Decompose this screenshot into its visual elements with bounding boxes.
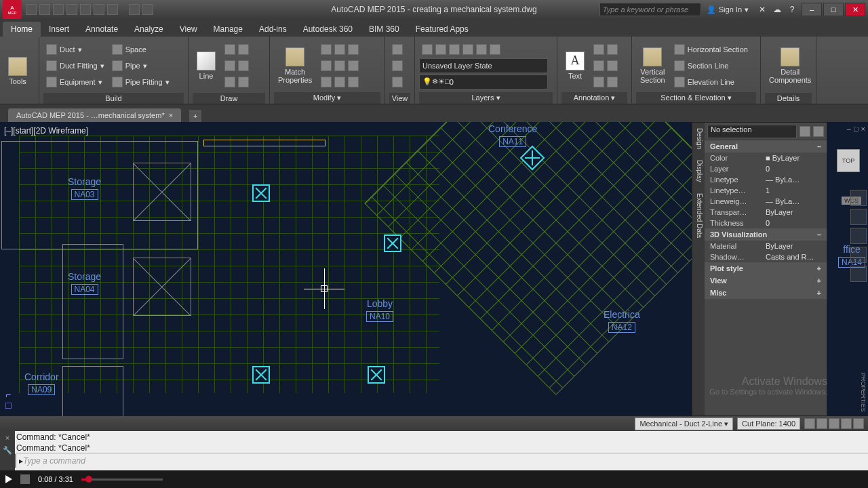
layer-tools-row[interactable] [419, 42, 553, 57]
selection-dropdown[interactable]: No selection [707, 125, 797, 138]
panel-annotation-label[interactable]: Annotation ▾ [561, 92, 627, 104]
tab-insert[interactable]: Insert [41, 22, 77, 37]
vp-max-icon[interactable]: □ [854, 125, 859, 133]
view-tool2[interactable] [389, 58, 406, 73]
tab-analyze[interactable]: Analyze [126, 22, 172, 37]
cat-misc[interactable]: Misc+ [705, 287, 827, 299]
sb-icon-4[interactable] [841, 418, 852, 429]
sb-icon-2[interactable] [816, 418, 827, 429]
cat-view[interactable]: View+ [705, 274, 827, 287]
pickadd-icon[interactable] [813, 126, 824, 137]
draw-tool1[interactable] [222, 42, 252, 57]
pipe-fitting-button[interactable]: Pipe Fitting▾ [109, 75, 172, 89]
modify-row3[interactable] [318, 75, 361, 89]
pan-icon[interactable] [850, 209, 867, 225]
open-icon[interactable] [39, 4, 50, 15]
detail-components-button[interactable]: Detail Components [765, 39, 815, 93]
file-tab-active[interactable]: AutoCAD MEP 2015 - …mechanical system*× [8, 108, 181, 122]
annot-tool3[interactable] [591, 75, 620, 89]
tab-extended-data[interactable]: Extended Data [692, 188, 705, 243]
command-line[interactable]: Command: *Cancel* Command: *Cancel* ▸ Ty… [0, 431, 868, 470]
cat-plotstyle[interactable]: Plot style+ [705, 262, 827, 274]
text-button[interactable]: AText [561, 39, 589, 92]
qat-extra2-icon[interactable] [142, 4, 153, 15]
tab-a360[interactable]: Autodesk 360 [295, 22, 361, 37]
cmd-wrench-icon[interactable]: 🔧 [3, 446, 12, 455]
quickselect-icon[interactable] [800, 126, 810, 137]
play-button[interactable] [5, 475, 12, 483]
view-tool1[interactable] [389, 42, 406, 57]
annot-tool1[interactable] [591, 42, 620, 57]
tab-annotate[interactable]: Annotate [77, 22, 126, 37]
tab-manage[interactable]: Manage [205, 22, 251, 37]
orbit-icon[interactable] [850, 247, 867, 263]
equipment-button[interactable]: Equipment▾ [43, 75, 107, 89]
match-props-button[interactable]: Match Properties [274, 39, 316, 92]
undo-icon[interactable] [94, 4, 104, 15]
redo-icon[interactable] [107, 4, 118, 15]
tab-display[interactable]: Display [692, 155, 705, 188]
duct-fitting-button[interactable]: Duct Fitting▾ [43, 58, 107, 73]
new-file-tab-button[interactable]: + [189, 110, 201, 122]
tab-design[interactable]: Design [692, 123, 705, 155]
properties-vtab[interactable]: PROPERTIES [860, 373, 867, 412]
search-input[interactable]: Type a keyword or phrase [599, 3, 701, 16]
cut-plane-display[interactable]: Cut Plane: 1400 [737, 418, 800, 430]
cmd-input-placeholder[interactable]: Type a command [23, 456, 85, 466]
new-icon[interactable] [26, 4, 37, 15]
pipe-button[interactable]: Pipe▾ [109, 58, 172, 73]
panel-section-elev-label[interactable]: Section & Elevation ▾ [636, 92, 756, 104]
cloud-icon[interactable]: ☁ [772, 4, 783, 15]
volume-icon[interactable] [20, 474, 30, 484]
cat-general[interactable]: General– [705, 140, 827, 152]
duct-button[interactable]: Duct▾ [43, 42, 107, 57]
sign-in-button[interactable]: 👤 Sign In ▾ [701, 5, 754, 14]
sb-icon-5[interactable] [853, 418, 864, 429]
viewcube[interactable]: TOP [837, 149, 860, 172]
help-icon[interactable]: ? [787, 4, 797, 15]
modify-row1[interactable] [318, 42, 361, 57]
section-line-button[interactable]: Section Line [671, 58, 751, 73]
panel-modify-label[interactable]: Modify ▾ [274, 92, 380, 104]
print-icon[interactable] [80, 4, 91, 15]
properties-palette[interactable]: Design Display Extended Data No selectio… [692, 122, 827, 416]
vertical-section-button[interactable]: Vertical Section [636, 39, 669, 92]
view-tool3[interactable] [389, 75, 406, 89]
file-tab-close-icon[interactable]: × [169, 111, 173, 119]
exchange-icon[interactable]: ✕ [757, 4, 768, 15]
vp-minimize-icon[interactable]: – [847, 125, 851, 133]
maximize-button[interactable]: □ [823, 3, 844, 16]
vp-close-icon[interactable]: × [861, 125, 865, 133]
saveas-icon[interactable] [66, 4, 77, 15]
tools-button[interactable]: Tools [4, 39, 31, 104]
draw-tool3[interactable] [222, 75, 252, 89]
horizontal-section-button[interactable]: Horizontal Section [671, 42, 751, 57]
steering-wheel-icon[interactable] [850, 190, 867, 206]
tab-addins[interactable]: Add-ins [251, 22, 295, 37]
tab-bim360[interactable]: BIM 360 [361, 22, 408, 37]
tab-home[interactable]: Home [3, 22, 41, 37]
display-config-dropdown[interactable]: Mechanical - Duct 2-Line ▾ [635, 418, 733, 430]
space-button[interactable]: Space [109, 42, 172, 57]
sb-icon-3[interactable] [829, 418, 840, 429]
showmotion-icon[interactable] [850, 266, 867, 282]
progress-bar[interactable] [81, 479, 163, 481]
tab-featured[interactable]: Featured Apps [408, 22, 477, 37]
save-icon[interactable] [53, 4, 64, 15]
drawing-canvas[interactable]: [–][start][2D Wireframe] /*placeholder g… [0, 122, 868, 416]
layer-current-dropdown[interactable]: 💡❄☀□ 0 [419, 75, 548, 89]
app-icon[interactable]: AMEP [3, 0, 22, 19]
line-button[interactable]: Line [193, 39, 220, 93]
sb-icon-1[interactable] [804, 418, 815, 429]
elevation-line-button[interactable]: Elevation Line [671, 75, 751, 89]
layer-state-dropdown[interactable]: Unsaved Layer State [419, 58, 548, 73]
cat-3dvis[interactable]: 3D Visualization– [705, 228, 827, 241]
zoom-icon[interactable] [850, 228, 867, 244]
tab-view[interactable]: View [172, 22, 205, 37]
draw-tool2[interactable] [222, 58, 252, 73]
qat-extra1-icon[interactable] [129, 4, 140, 15]
cmd-close-icon[interactable]: × [3, 434, 12, 443]
panel-layers-label[interactable]: Layers ▾ [419, 92, 553, 104]
annot-tool2[interactable] [591, 58, 620, 73]
modify-row2[interactable] [318, 58, 361, 73]
